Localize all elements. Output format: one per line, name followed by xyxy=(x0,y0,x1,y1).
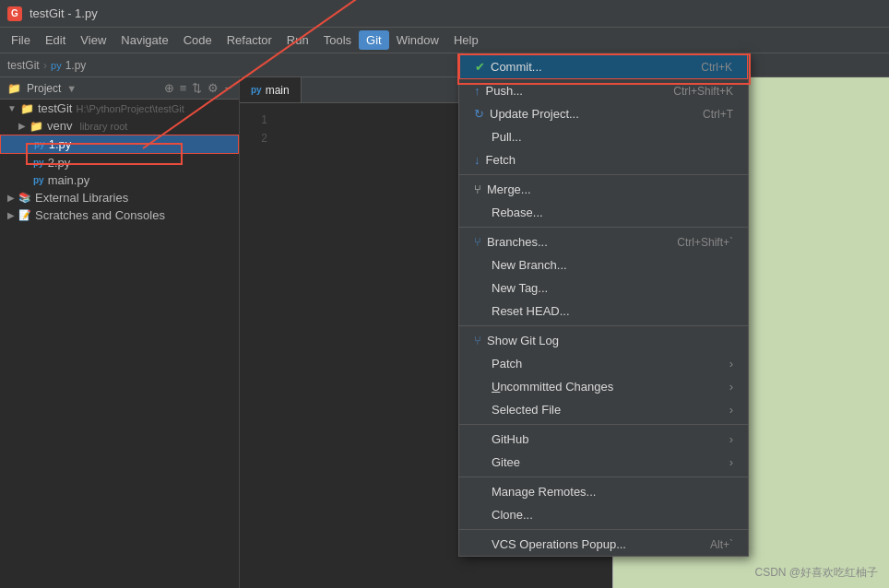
menu-update[interactable]: ↻ Update Project... Ctrl+T xyxy=(459,102,748,125)
menu-push[interactable]: ↑ Push... Ctrl+Shift+K xyxy=(459,79,748,102)
sep-1 xyxy=(459,174,748,175)
chevron-icon: ▶ xyxy=(7,210,15,220)
menu-clone[interactable]: Clone... xyxy=(459,503,748,526)
menu-bar: File Edit View Navigate Code Refactor Ru… xyxy=(0,28,889,53)
breadcrumb-label: testGit xyxy=(7,59,40,72)
tree-venv[interactable]: ▶ 📁 venv library root xyxy=(0,117,239,135)
update-icon: ↻ xyxy=(474,107,484,121)
add-icon[interactable]: ⊕ xyxy=(164,81,174,95)
menu-window[interactable]: Window xyxy=(389,30,446,50)
vcs-popup-shortcut: Alt+` xyxy=(710,538,733,551)
menu-reset-head[interactable]: Reset HEAD... xyxy=(459,300,748,323)
merge-icon: ⑂ xyxy=(474,182,481,196)
menu-uncommitted[interactable]: Uncommitted Changes › xyxy=(459,375,748,398)
window-title: testGit - 1.py xyxy=(30,6,98,20)
branches-label: Branches... xyxy=(487,235,548,249)
sep-3 xyxy=(459,325,748,326)
arrow-icon: › xyxy=(729,403,733,417)
menu-view[interactable]: View xyxy=(73,30,113,50)
chevron-icon: ▼ xyxy=(7,103,17,113)
menu-branches[interactable]: ⑂ Branches... Ctrl+Shift+` xyxy=(459,230,748,253)
menu-merge[interactable]: ⑂ Merge... xyxy=(459,178,748,201)
sep-4 xyxy=(459,424,748,425)
scratches-icon: 📝 xyxy=(18,209,31,221)
menu-pull[interactable]: Pull... xyxy=(459,125,748,148)
tree-scratches[interactable]: ▶ 📝 Scratches and Consoles xyxy=(0,206,239,224)
sidebar-title-group: 📁 Project ▼ xyxy=(7,82,77,95)
tree-file-2py[interactable]: py 2.py xyxy=(0,154,239,171)
menu-patch[interactable]: Patch › xyxy=(459,352,748,375)
folder-root-icon: 📁 xyxy=(20,102,34,115)
tree-scratches-label: Scratches and Consoles xyxy=(35,208,165,222)
menu-refactor[interactable]: Refactor xyxy=(219,30,279,50)
menu-github[interactable]: GitHub › xyxy=(459,428,748,451)
menu-gitee[interactable]: Gitee › xyxy=(459,451,748,474)
update-label: Update Project... xyxy=(490,107,579,121)
branches-shortcut: Ctrl+Shift+` xyxy=(677,236,733,249)
log-icon: ⑂ xyxy=(474,334,481,347)
tree-2py-label: 2.py xyxy=(48,156,71,170)
breadcrumb-filename: 1.py xyxy=(65,59,87,72)
menu-navigate[interactable]: Navigate xyxy=(113,30,175,50)
fetch-label: Fetch xyxy=(486,153,516,167)
menu-show-git-log[interactable]: ⑂ Show Git Log xyxy=(459,329,748,352)
menu-file[interactable]: File xyxy=(4,30,38,50)
commit-label: Commit... xyxy=(491,60,542,74)
menu-code[interactable]: Code xyxy=(176,30,219,50)
sep-5 xyxy=(459,476,748,477)
push-shortcut: Ctrl+Shift+K xyxy=(673,85,733,98)
collapse-icon[interactable]: ⇅ xyxy=(192,81,202,95)
file-py-icon: py xyxy=(51,60,62,71)
tree-external-libs[interactable]: ▶ 📚 External Libraries xyxy=(0,189,239,206)
push-label: Push... xyxy=(486,84,523,98)
arrow-icon: › xyxy=(729,357,733,370)
tree-mainpy-label: main.py xyxy=(48,173,90,187)
menu-manage-remotes[interactable]: Manage Remotes... xyxy=(459,480,748,503)
menu-new-tag[interactable]: New Tag... xyxy=(459,276,748,300)
folder-icon: 📁 xyxy=(7,82,21,95)
dropdown-arrow-icon[interactable]: ▼ xyxy=(66,83,77,94)
git-dropdown-menu[interactable]: ✔ Commit... Ctrl+K ↑ Push... Ctrl+Shift+… xyxy=(458,53,749,557)
menu-commit[interactable]: ✔ Commit... Ctrl+K xyxy=(459,54,748,79)
line-number: 2 xyxy=(240,132,277,145)
menu-new-branch[interactable]: New Branch... xyxy=(459,253,748,276)
tab-py-icon: py xyxy=(251,85,262,95)
chevron-icon: ▶ xyxy=(18,121,26,131)
new-branch-label: New Branch... xyxy=(474,258,567,272)
sidebar-header: 📁 Project ▼ ⊕ ≡ ⇅ ⚙ − xyxy=(0,77,239,100)
file-py-icon: py xyxy=(33,175,44,185)
tree-root-label: testGit xyxy=(38,101,73,115)
sidebar-action-icons: ⊕ ≡ ⇅ ⚙ − xyxy=(164,81,231,95)
breadcrumb-file[interactable]: py 1.py xyxy=(51,59,86,72)
breadcrumb: testGit › py 1.py xyxy=(0,53,889,77)
menu-rebase[interactable]: Rebase... xyxy=(459,201,748,224)
sync-icon[interactable]: ≡ xyxy=(180,81,187,95)
tree-root-path: H:\PythonProject\testGit xyxy=(76,103,184,114)
menu-run[interactable]: Run xyxy=(279,30,316,50)
tree-root[interactable]: ▼ 📁 testGit H:\PythonProject\testGit xyxy=(0,100,239,117)
menu-edit[interactable]: Edit xyxy=(38,30,73,50)
clone-label: Clone... xyxy=(474,508,533,522)
menu-help[interactable]: Help xyxy=(446,30,486,50)
vcs-popup-label: VCS Operations Popup... xyxy=(474,537,626,551)
tree-ext-label: External Libraries xyxy=(35,191,128,205)
tree-file-mainpy[interactable]: py main.py xyxy=(0,171,239,189)
merge-label: Merge... xyxy=(487,182,531,196)
menu-selected-file[interactable]: Selected File › xyxy=(459,398,748,421)
github-label: GitHub xyxy=(474,432,528,446)
settings-icon[interactable]: ⚙ xyxy=(207,81,219,95)
minimize-icon[interactable]: − xyxy=(224,81,231,95)
sep-6 xyxy=(459,529,748,530)
breadcrumb-project[interactable]: testGit xyxy=(7,59,40,72)
menu-git[interactable]: Git xyxy=(359,30,389,50)
menu-tools[interactable]: Tools xyxy=(316,30,359,50)
fetch-icon: ↓ xyxy=(474,153,480,167)
rebase-label: Rebase... xyxy=(474,206,543,219)
editor-tab-main[interactable]: py main xyxy=(240,77,302,102)
watermark: CSDN @好喜欢吃红柚子 xyxy=(754,565,878,581)
menu-vcs-popup[interactable]: VCS Operations Popup... Alt+` xyxy=(459,533,748,556)
tree-file-1py[interactable]: py 1.py xyxy=(0,135,239,154)
menu-fetch[interactable]: ↓ Fetch xyxy=(459,148,748,171)
commit-shortcut: Ctrl+K xyxy=(701,61,732,74)
arrow-icon: › xyxy=(729,455,733,469)
